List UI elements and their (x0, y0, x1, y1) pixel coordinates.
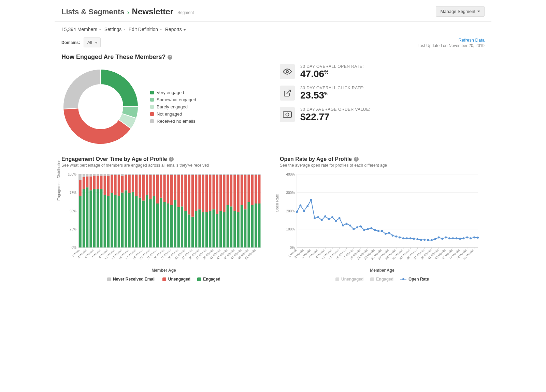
svg-rect-52 (114, 175, 116, 195)
chart-right-title: Open Rate by Age of Profile (280, 156, 352, 162)
svg-rect-135 (198, 209, 201, 247)
svg-point-224 (345, 223, 347, 225)
breadcrumb-current: Newsletter (132, 7, 173, 16)
svg-rect-31 (93, 176, 96, 189)
manage-segment-button[interactable]: Manage Segment (436, 6, 485, 17)
svg-rect-127 (188, 174, 190, 175)
svg-rect-128 (191, 217, 194, 247)
svg-rect-55 (118, 196, 120, 248)
svg-rect-133 (195, 175, 197, 211)
svg-text:300%: 300% (286, 191, 295, 195)
svg-rect-41 (104, 195, 106, 247)
stat-open-value: 47.06% (300, 69, 364, 79)
subnav-edit[interactable]: Edit Definition (129, 27, 158, 32)
svg-rect-56 (118, 175, 120, 196)
svg-point-260 (473, 236, 475, 238)
svg-rect-111 (174, 200, 176, 247)
svg-point-231 (370, 227, 372, 229)
svg-rect-183 (244, 174, 246, 175)
domains-select[interactable]: All (84, 37, 101, 47)
svg-rect-156 (219, 211, 222, 248)
svg-rect-48 (111, 193, 113, 247)
svg-rect-91 (153, 175, 155, 196)
svg-rect-141 (202, 174, 204, 175)
svg-rect-44 (107, 196, 110, 248)
chevron-right-icon: › (127, 9, 129, 16)
svg-rect-98 (160, 175, 162, 198)
svg-point-251 (441, 238, 443, 240)
svg-rect-2 (283, 112, 291, 118)
svg-rect-184 (247, 202, 250, 247)
svg-rect-171 (233, 175, 236, 211)
svg-rect-148 (209, 174, 211, 175)
svg-rect-25 (86, 174, 88, 176)
svg-rect-22 (83, 174, 85, 177)
svg-rect-99 (160, 174, 162, 175)
svg-rect-136 (198, 175, 201, 209)
svg-rect-134 (195, 174, 197, 175)
svg-rect-177 (241, 205, 243, 247)
svg-rect-154 (216, 175, 218, 214)
svg-rect-113 (174, 174, 176, 175)
svg-point-229 (363, 229, 365, 231)
help-icon[interactable]: ? (354, 157, 359, 162)
swatch-not (150, 112, 154, 116)
breadcrumb: Lists & Segments › Newsletter Segment (61, 7, 194, 16)
svg-rect-137 (198, 174, 201, 175)
subnav: 15,394 Members- Settings- Edit Definitio… (55, 22, 491, 35)
svg-rect-144 (205, 174, 208, 175)
chart-left-title: Engagement Over Time by Age of Profile (61, 156, 167, 162)
breadcrumb-root[interactable]: Lists & Segments (61, 7, 125, 16)
svg-rect-129 (191, 175, 194, 217)
svg-point-254 (452, 237, 454, 239)
svg-rect-109 (170, 174, 173, 175)
engagement-donut-chart (61, 67, 140, 146)
svg-point-244 (416, 238, 418, 240)
svg-rect-142 (205, 212, 208, 247)
svg-point-245 (420, 239, 422, 241)
subnav-settings[interactable]: Settings (104, 27, 122, 32)
eye-icon (280, 64, 295, 79)
svg-rect-167 (230, 207, 232, 247)
stat-order-label: 30 DAY AVERAGE ORDER VALUE: (300, 107, 370, 112)
svg-rect-45 (107, 176, 110, 196)
svg-point-228 (360, 225, 362, 227)
engagement-bar-chart: 0%25%50%75%100%1 Week3 Weeks5 Weeks7 Wee… (61, 172, 263, 265)
chart-left-xlabel: Member Age (61, 268, 266, 273)
svg-rect-64 (125, 174, 127, 175)
svg-rect-24 (86, 176, 88, 187)
svg-rect-77 (139, 175, 141, 198)
svg-rect-16 (79, 196, 82, 248)
svg-rect-168 (230, 175, 232, 206)
svg-point-248 (431, 239, 433, 241)
svg-rect-90 (153, 196, 155, 248)
help-icon[interactable]: ? (169, 157, 174, 162)
svg-rect-158 (219, 174, 222, 175)
subnav-reports[interactable]: Reports (165, 27, 186, 32)
svg-rect-186 (247, 174, 250, 175)
svg-rect-120 (181, 174, 183, 175)
chart-right-xlabel: Member Age (280, 268, 485, 273)
svg-point-223 (342, 225, 344, 227)
svg-rect-147 (209, 175, 211, 211)
subnav-members[interactable]: 15,394 Members (61, 27, 97, 32)
svg-rect-188 (251, 205, 254, 247)
svg-rect-193 (255, 174, 257, 175)
stat-click-value: 23.53% (300, 90, 364, 101)
svg-rect-37 (100, 189, 102, 247)
help-icon[interactable]: ? (168, 55, 172, 60)
svg-rect-93 (156, 203, 159, 247)
svg-rect-125 (188, 214, 190, 247)
svg-point-235 (385, 233, 387, 235)
svg-point-252 (445, 236, 447, 238)
svg-point-213 (306, 205, 308, 207)
refresh-data-link[interactable]: Refresh Data (417, 37, 485, 43)
svg-rect-97 (160, 198, 162, 247)
svg-text:75%: 75% (70, 191, 76, 195)
svg-rect-175 (237, 175, 240, 212)
svg-point-215 (314, 217, 316, 219)
svg-rect-76 (139, 198, 141, 247)
svg-rect-104 (167, 203, 169, 247)
svg-point-217 (321, 219, 323, 221)
svg-point-261 (477, 237, 479, 239)
